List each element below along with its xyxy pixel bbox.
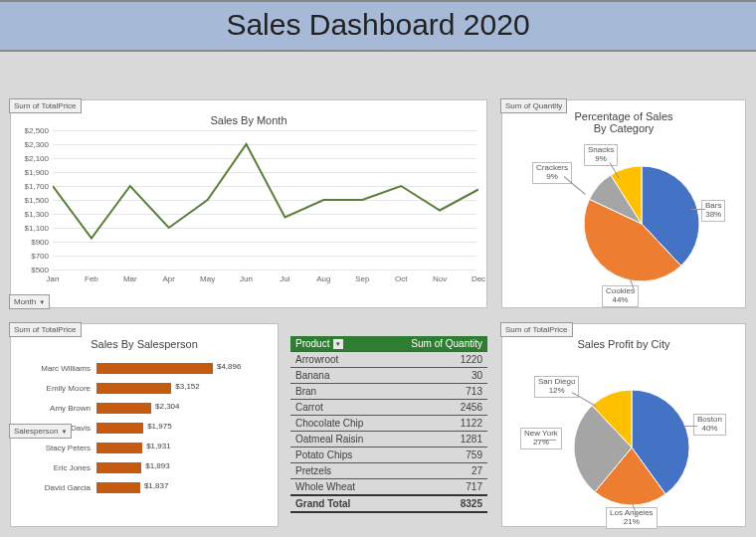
sales-by-month-panel: Sum of TotalPrice Sales By Month $2,500$…: [10, 99, 487, 308]
bar-label: David Garcia: [17, 483, 96, 492]
y-tick-label: $1,100: [15, 224, 49, 233]
y-tick-label: $500: [15, 266, 49, 274]
bar: $1,931: [96, 443, 142, 453]
table-row: Carrot2456: [290, 400, 487, 416]
pie-label: Snacks9%: [584, 144, 618, 166]
y-tick-label: $2,100: [15, 154, 49, 163]
bar: $1,975: [96, 423, 143, 434]
bar-value: $1,931: [146, 442, 170, 450]
bar: $1,893: [96, 462, 141, 473]
chart-title-category: Percentage of Sales By Category: [502, 110, 745, 134]
x-tick-label: Jan: [47, 274, 60, 283]
y-tick-label: $1,300: [15, 210, 49, 219]
title-line2: By Category: [594, 122, 655, 134]
title-bar: Sales Dashboard 2020: [0, 0, 756, 52]
bar-row: Stacy Peters$1,931: [17, 438, 268, 457]
sum-quantity-button[interactable]: Sum of Quantity: [500, 98, 567, 113]
x-tick-label: Sep: [355, 274, 369, 283]
table-row: Banana30: [290, 368, 487, 384]
button-label: Salesperson: [14, 427, 58, 436]
table-row: Chocolate Chip1122: [290, 416, 487, 432]
x-tick-label: Apr: [162, 274, 174, 283]
pie-chart-city: Boston40%Los Angeles21%New York27%San Di…: [502, 358, 745, 522]
button-label: Sum of TotalPrice: [14, 101, 77, 110]
y-tick-label: $2,500: [15, 126, 49, 135]
bar-label: Eric Jones: [17, 463, 96, 472]
bar-value: $1,837: [144, 481, 168, 490]
chevron-down-icon: ▾: [333, 339, 343, 349]
button-label: Sum of TotalPrice: [505, 325, 568, 334]
x-tick-label: May: [200, 274, 215, 283]
x-tick-label: Jul: [280, 274, 289, 283]
bar-label: Marc Williams: [17, 364, 96, 373]
bar-row: David Garcia$1,837: [17, 477, 268, 497]
button-label: Sum of TotalPrice: [14, 325, 77, 334]
y-tick-label: $900: [15, 238, 49, 247]
col-qty: Sum of Quantity: [387, 336, 487, 352]
sum-totalprice-button-1[interactable]: Sum of TotalPrice: [9, 98, 82, 113]
x-tick-label: Aug: [316, 274, 330, 283]
bar: $3,152: [96, 383, 171, 394]
table-row: Bran713: [290, 384, 487, 400]
page-title: Sales Dashboard 2020: [0, 8, 756, 42]
month-filter-button[interactable]: Month▼: [9, 294, 50, 309]
pie-label: New York27%: [520, 428, 562, 449]
sales-by-category-panel: Sum of Quantity Percentage of Sales By C…: [501, 99, 746, 308]
pie-label: San Diego12%: [534, 376, 579, 398]
sales-by-salesperson-panel: Sum of TotalPrice Sales By Salesperson M…: [10, 323, 279, 527]
chart-title-salesperson: Sales By Salesperson: [11, 338, 278, 350]
bar-value: $2,304: [155, 402, 179, 411]
chevron-down-icon: ▼: [61, 429, 67, 435]
bar-value: $3,152: [175, 382, 199, 391]
table-row: Arrowroot1220: [290, 352, 487, 368]
table-row: Whole Wheat717: [290, 479, 487, 496]
x-tick-label: Feb: [85, 274, 98, 283]
chevron-down-icon: ▼: [39, 299, 45, 305]
bar-label: Emily Moore: [17, 384, 96, 393]
x-tick-label: Oct: [395, 274, 407, 283]
table-total-row: Grand Total8325: [290, 495, 487, 512]
chart-title-month: Sales By Month: [11, 114, 486, 126]
table-row: Pretzels27: [290, 463, 487, 479]
pie-label: Crackers9%: [532, 162, 572, 184]
sum-totalprice-button-3[interactable]: Sum of TotalPrice: [500, 322, 573, 337]
bar-row: Amy Brown$2,304: [17, 398, 268, 418]
header-label: Product: [295, 338, 329, 349]
bar-row: Marc Williams$4,896: [17, 358, 268, 378]
title-line1: Percentage of Sales: [574, 110, 672, 122]
header-label: Sum of Quantity: [411, 338, 482, 349]
sales-by-city-panel: Sum of TotalPrice Sales Profit by City B…: [501, 323, 746, 527]
salesperson-filter-button[interactable]: Salesperson▼: [9, 424, 72, 439]
y-tick-label: $700: [15, 252, 49, 261]
sum-totalprice-button-2[interactable]: Sum of TotalPrice: [9, 322, 82, 337]
bar: $1,837: [96, 482, 140, 493]
pie-label: Bars38%: [701, 200, 725, 222]
y-tick-label: $2,300: [15, 140, 49, 149]
x-tick-label: Dec: [472, 274, 485, 283]
x-tick-label: Jun: [240, 274, 253, 283]
x-tick-label: Nov: [433, 274, 447, 283]
line-chart: $2,500$2,300$2,100$1,900$1,700$1,500$1,3…: [53, 130, 476, 269]
pie-label: Boston40%: [693, 414, 726, 436]
pie-chart-category: Bars38%Cookies44%Crackers9%Snacks9%: [502, 144, 745, 303]
y-tick-label: $1,900: [15, 168, 49, 177]
bar-value: $1,893: [145, 461, 169, 470]
x-tick-label: Mar: [123, 274, 137, 283]
bar-label: Amy Brown: [17, 404, 96, 413]
bar-value: $4,896: [217, 362, 241, 371]
bar-label: Stacy Peters: [17, 444, 96, 452]
bar-row: Eric Jones$1,893: [17, 457, 268, 477]
col-product[interactable]: Product▾: [290, 336, 387, 352]
bar: $4,896: [96, 363, 213, 374]
button-label: Month: [14, 297, 36, 306]
chart-title-city: Sales Profit by City: [502, 338, 745, 350]
y-tick-label: $1,500: [15, 196, 49, 205]
product-table: Product▾ Sum of Quantity Arrowroot1220Ba…: [290, 336, 487, 513]
button-label: Sum of Quantity: [505, 101, 562, 110]
product-table-panel: Product▾ Sum of Quantity Arrowroot1220Ba…: [290, 336, 487, 513]
bar-value: $1,975: [147, 422, 171, 431]
table-row: Potato Chips759: [290, 448, 487, 463]
table-row: Oatmeal Raisin1281: [290, 432, 487, 448]
y-tick-label: $1,700: [15, 182, 49, 191]
bar-row: Emily Moore$3,152: [17, 378, 268, 398]
